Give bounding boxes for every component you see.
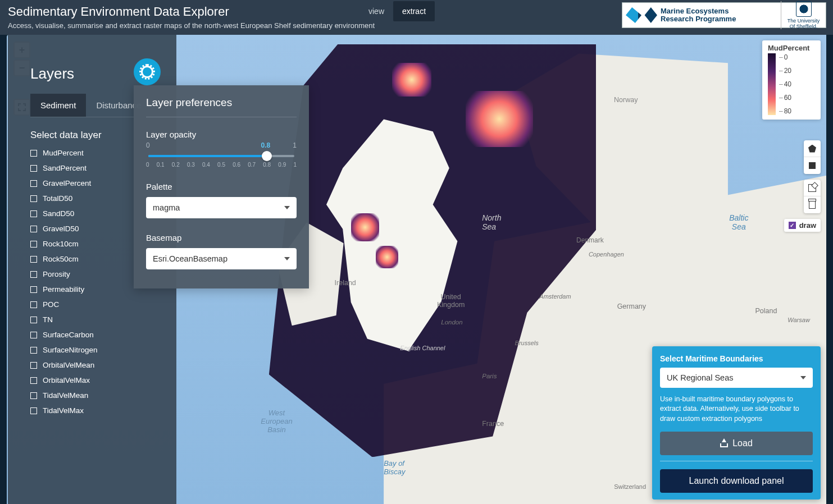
extract-panel: Select Maritime Boundaries UK Regional S… bbox=[652, 346, 821, 500]
layer-label: GravelPercent bbox=[43, 179, 91, 187]
palette-select[interactable]: magma bbox=[146, 197, 297, 218]
checkbox-checked-icon: ✓ bbox=[789, 222, 796, 229]
color-legend: MudPercent 020406080 bbox=[762, 40, 821, 120]
legend-tick: 0 bbox=[779, 53, 791, 61]
merp-logo-line1: Marine Ecosystems bbox=[661, 7, 736, 15]
opacity-slider[interactable]: 0 0.8 1 00.10.20.30.40.50.60.70.80.91 bbox=[146, 145, 297, 172]
app-header: Sedimentary Environment Data Explorer Ac… bbox=[0, 0, 833, 35]
upload-icon bbox=[720, 439, 728, 447]
draw-toolbar: ✓ draw bbox=[784, 140, 821, 232]
launch-download-button[interactable]: Launch download panel bbox=[660, 469, 813, 493]
checkbox-icon bbox=[30, 347, 37, 354]
sheffield-crest-icon bbox=[796, 1, 812, 17]
layer-label: Rock50cm bbox=[43, 255, 79, 263]
layer-label: Rock10cm bbox=[43, 240, 79, 248]
layer-label: Porosity bbox=[43, 270, 70, 278]
square-icon bbox=[809, 162, 816, 169]
layer-label: POC bbox=[43, 300, 59, 309]
legend-tick: 20 bbox=[779, 67, 791, 75]
extract-title: Select Maritime Boundaries bbox=[660, 354, 813, 363]
layer-option-surfacenitrogen[interactable]: SurfaceNitrogen bbox=[30, 346, 166, 354]
checkbox-icon bbox=[30, 150, 37, 157]
layer-option-tn[interactable]: TN bbox=[30, 315, 166, 324]
tab-sediment[interactable]: Sediment bbox=[30, 94, 86, 117]
caret-down-icon bbox=[284, 257, 290, 260]
checkbox-icon bbox=[30, 362, 37, 369]
polygon-icon bbox=[808, 145, 816, 153]
edit-shapes-button[interactable] bbox=[804, 180, 821, 196]
legend-color-ramp bbox=[768, 53, 776, 115]
draw-toggle-label: draw bbox=[799, 221, 816, 230]
layer-option-orbitalvelmean[interactable]: OrbitalVelMean bbox=[30, 361, 166, 369]
app-subtitle: Access, visualise, summarise and extract… bbox=[8, 21, 375, 30]
checkbox-icon bbox=[30, 377, 37, 384]
prefs-title: Layer preferences bbox=[146, 97, 297, 109]
palette-label: Palette bbox=[146, 182, 297, 191]
checkbox-icon bbox=[30, 392, 37, 399]
checkbox-icon bbox=[30, 165, 37, 172]
legend-tick: 40 bbox=[779, 80, 791, 88]
opacity-label: Layer opacity bbox=[146, 130, 297, 139]
boundary-select[interactable]: UK Regional Seas bbox=[660, 368, 813, 388]
checkbox-icon bbox=[30, 271, 37, 278]
basemap-label: Basemap bbox=[146, 233, 297, 242]
checkbox-icon bbox=[30, 210, 37, 217]
layer-label: SurfaceCarbon bbox=[43, 331, 94, 339]
checkbox-icon bbox=[30, 301, 37, 308]
palette-value: magma bbox=[153, 203, 180, 212]
checkbox-icon bbox=[30, 332, 37, 338]
draw-rectangle-button[interactable] bbox=[804, 157, 821, 174]
layer-label: TidalVelMean bbox=[43, 391, 88, 400]
load-label: Load bbox=[732, 438, 753, 448]
layer-label: TotalD50 bbox=[43, 194, 72, 203]
layer-label: SurfaceNitrogen bbox=[43, 346, 98, 354]
layer-label: GravelD50 bbox=[43, 224, 79, 233]
layer-option-tidalvelmean[interactable]: TidalVelMean bbox=[30, 391, 166, 400]
basemap-select[interactable]: Esri.OceanBasemap bbox=[146, 248, 297, 269]
boundary-value: UK Regional Seas bbox=[667, 373, 734, 382]
checkbox-icon bbox=[30, 407, 37, 414]
partner-logos: Marine Ecosystems Research Programme The… bbox=[622, 2, 826, 28]
opacity-slider-thumb[interactable] bbox=[262, 151, 272, 161]
load-button[interactable]: Load bbox=[660, 432, 813, 455]
legend-tick: 80 bbox=[779, 107, 791, 115]
checkbox-icon bbox=[30, 256, 37, 263]
merp-logo-line2: Research Programme bbox=[661, 15, 736, 23]
layer-label: OrbitalVelMean bbox=[43, 361, 94, 369]
layer-option-poc[interactable]: POC bbox=[30, 300, 166, 309]
layer-label: OrbitalVelMax bbox=[43, 376, 90, 384]
draw-layer-toggle[interactable]: ✓ draw bbox=[784, 219, 821, 232]
checkbox-icon bbox=[30, 180, 37, 187]
trash-icon bbox=[809, 201, 816, 209]
opacity-max: 1 bbox=[293, 141, 297, 149]
launch-label: Launch download panel bbox=[689, 476, 784, 486]
checkbox-icon bbox=[30, 195, 37, 202]
layer-label: SandD50 bbox=[43, 209, 74, 218]
layer-label: TN bbox=[43, 315, 53, 324]
app-title: Sedimentary Environment Data Explorer bbox=[8, 4, 375, 19]
caret-down-icon bbox=[284, 206, 290, 209]
layer-option-surfacecarbon[interactable]: SurfaceCarbon bbox=[30, 331, 166, 339]
edit-icon bbox=[808, 184, 816, 192]
merp-logo: Marine Ecosystems Research Programme bbox=[626, 7, 781, 24]
draw-polygon-button[interactable] bbox=[804, 140, 821, 157]
layer-label: MudPercent bbox=[43, 149, 84, 157]
nav-view[interactable]: view bbox=[359, 1, 393, 21]
layer-label: TidalVelMax bbox=[43, 406, 84, 415]
legend-title: MudPercent bbox=[768, 44, 815, 52]
layer-preferences-panel: Layer preferences Layer opacity 0 0.8 1 … bbox=[134, 85, 309, 288]
layer-preferences-button[interactable] bbox=[134, 58, 161, 85]
basemap-value: Esri.OceanBasemap bbox=[153, 254, 227, 263]
gear-icon bbox=[141, 66, 153, 78]
nav-extract[interactable]: extract bbox=[393, 1, 435, 21]
delete-shapes-button[interactable] bbox=[804, 196, 821, 213]
extract-hint: Use in-built maritime boundary polygons … bbox=[660, 395, 813, 424]
opacity-min: 0 bbox=[146, 141, 150, 149]
opacity-value: 0.8 bbox=[261, 141, 270, 149]
checkbox-icon bbox=[30, 226, 37, 232]
legend-tick: 60 bbox=[779, 94, 791, 102]
caret-down-icon bbox=[800, 376, 806, 379]
layer-option-orbitalvelmax[interactable]: OrbitalVelMax bbox=[30, 376, 166, 384]
layer-option-tidalvelmax[interactable]: TidalVelMax bbox=[30, 406, 166, 415]
sheffield-logo: The UniversityOf Sheffield. bbox=[781, 1, 822, 29]
